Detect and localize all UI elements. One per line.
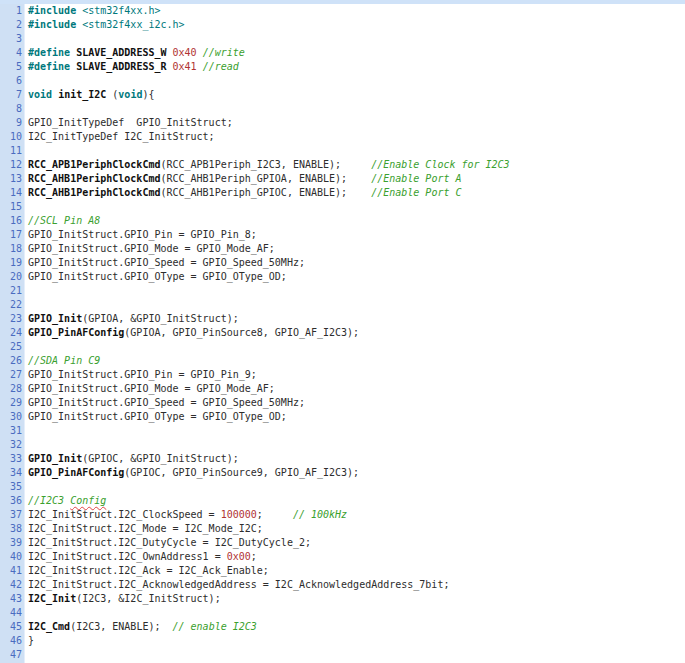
- line-number[interactable]: 36: [0, 494, 22, 508]
- code-text[interactable]: GPIO_InitStruct.GPIO_Mode = GPIO_Mode_AF…: [28, 382, 275, 396]
- line-number[interactable]: 8: [0, 102, 22, 116]
- code-line[interactable]: 33GPIO_Init(GPIOC, &GPIO_InitStruct);: [0, 452, 685, 466]
- line-number[interactable]: 46: [0, 634, 22, 648]
- code-text[interactable]: I2C_InitStruct.I2C_Mode = I2C_Mode_I2C;: [28, 522, 263, 536]
- code-text[interactable]: I2C_Cmd(I2C3, ENABLE); // enable I2C3: [28, 620, 257, 634]
- line-number[interactable]: 23: [0, 312, 22, 326]
- line-number[interactable]: 37: [0, 508, 22, 522]
- line-number[interactable]: 13: [0, 172, 22, 186]
- code-line[interactable]: 35: [0, 480, 685, 494]
- line-number[interactable]: 16: [0, 214, 22, 228]
- code-line[interactable]: 30GPIO_InitStruct.GPIO_OType = GPIO_OTyp…: [0, 410, 685, 424]
- code-text[interactable]: #include <stm32f4xx.h>: [28, 4, 160, 18]
- code-line[interactable]: 10I2C_InitTypeDef I2C_InitStruct;: [0, 130, 685, 144]
- code-line[interactable]: 16//SCL Pin A8: [0, 214, 685, 228]
- line-number[interactable]: 22: [0, 298, 22, 312]
- line-number[interactable]: 38: [0, 522, 22, 536]
- line-number[interactable]: 20: [0, 270, 22, 284]
- line-number[interactable]: 32: [0, 438, 22, 452]
- line-number[interactable]: 26: [0, 354, 22, 368]
- line-number[interactable]: 41: [0, 564, 22, 578]
- code-text[interactable]: I2C_InitStruct.I2C_DutyCycle = I2C_DutyC…: [28, 536, 311, 550]
- code-text[interactable]: //I2C3 Config: [28, 494, 106, 508]
- code-line[interactable]: 31: [0, 424, 685, 438]
- line-number[interactable]: 47: [0, 648, 22, 662]
- code-line[interactable]: 24GPIO_PinAFConfig(GPIOA, GPIO_PinSource…: [0, 326, 685, 340]
- line-number[interactable]: 29: [0, 396, 22, 410]
- code-line[interactable]: 43I2C_Init(I2C3, &I2C_InitStruct);: [0, 592, 685, 606]
- code-line[interactable]: 45I2C_Cmd(I2C3, ENABLE); // enable I2C3: [0, 620, 685, 634]
- line-number[interactable]: 17: [0, 228, 22, 242]
- code-text[interactable]: I2C_InitTypeDef I2C_InitStruct;: [28, 130, 215, 144]
- code-line[interactable]: 18GPIO_InitStruct.GPIO_Mode = GPIO_Mode_…: [0, 242, 685, 256]
- line-number[interactable]: 4: [0, 46, 22, 60]
- code-line[interactable]: 14RCC_AHB1PeriphClockCmd(RCC_AHB1Periph_…: [0, 186, 685, 200]
- code-line[interactable]: 34GPIO_PinAFConfig(GPIOC, GPIO_PinSource…: [0, 466, 685, 480]
- line-number[interactable]: 3: [0, 32, 22, 46]
- code-text[interactable]: GPIO_InitStruct.GPIO_Mode = GPIO_Mode_AF…: [28, 242, 275, 256]
- line-number[interactable]: 18: [0, 242, 22, 256]
- line-number[interactable]: 10: [0, 130, 22, 144]
- code-line[interactable]: 6: [0, 74, 685, 88]
- code-line[interactable]: 21: [0, 284, 685, 298]
- code-line[interactable]: 42I2C_InitStruct.I2C_AcknowledgedAddress…: [0, 578, 685, 592]
- code-line[interactable]: 23GPIO_Init(GPIOA, &GPIO_InitStruct);: [0, 312, 685, 326]
- line-number[interactable]: 15: [0, 200, 22, 214]
- code-text[interactable]: I2C_Init(I2C3, &I2C_InitStruct);: [28, 592, 221, 606]
- line-number[interactable]: 44: [0, 606, 22, 620]
- line-number[interactable]: 25: [0, 340, 22, 354]
- code-text[interactable]: //SDA Pin C9: [28, 354, 100, 368]
- code-line[interactable]: 8: [0, 102, 685, 116]
- line-number[interactable]: 11: [0, 144, 22, 158]
- code-line[interactable]: 20GPIO_InitStruct.GPIO_OType = GPIO_OTyp…: [0, 270, 685, 284]
- line-number[interactable]: 24: [0, 326, 22, 340]
- code-line[interactable]: 7void init_I2C (void){: [0, 88, 685, 102]
- code-line[interactable]: 32: [0, 438, 685, 452]
- line-number[interactable]: 45: [0, 620, 22, 634]
- code-text[interactable]: I2C_InitStruct.I2C_Ack = I2C_Ack_Enable;: [28, 564, 269, 578]
- line-number[interactable]: 12: [0, 158, 22, 172]
- code-text[interactable]: #define SLAVE_ADDRESS_R 0x41 //read: [28, 60, 239, 74]
- code-editor[interactable]: 1#include <stm32f4xx.h>2#include <stm32f…: [0, 4, 685, 663]
- line-number[interactable]: 14: [0, 186, 22, 200]
- line-number[interactable]: 2: [0, 18, 22, 32]
- code-line[interactable]: 46}: [0, 634, 685, 648]
- line-number[interactable]: 1: [0, 4, 22, 18]
- line-number[interactable]: 19: [0, 256, 22, 270]
- code-line[interactable]: 17GPIO_InitStruct.GPIO_Pin = GPIO_Pin_8;: [0, 228, 685, 242]
- code-line[interactable]: 37I2C_InitStruct.I2C_ClockSpeed = 100000…: [0, 508, 685, 522]
- line-number[interactable]: 40: [0, 550, 22, 564]
- code-text[interactable]: GPIO_PinAFConfig(GPIOA, GPIO_PinSource8,…: [28, 326, 359, 340]
- code-text[interactable]: GPIO_InitStruct.GPIO_OType = GPIO_OType_…: [28, 410, 287, 424]
- code-text[interactable]: GPIO_InitStruct.GPIO_OType = GPIO_OType_…: [28, 270, 287, 284]
- line-number[interactable]: 35: [0, 480, 22, 494]
- code-text[interactable]: GPIO_Init(GPIOC, &GPIO_InitStruct);: [28, 452, 239, 466]
- code-text[interactable]: GPIO_PinAFConfig(GPIOC, GPIO_PinSource9,…: [28, 466, 359, 480]
- code-line[interactable]: 47: [0, 648, 685, 662]
- code-line[interactable]: 12RCC_APB1PeriphClockCmd(RCC_APB1Periph_…: [0, 158, 685, 172]
- code-line[interactable]: 15: [0, 200, 685, 214]
- code-line[interactable]: 1#include <stm32f4xx.h>: [0, 4, 685, 18]
- code-text[interactable]: GPIO_InitTypeDef GPIO_InitStruct;: [28, 116, 233, 130]
- code-line[interactable]: 26//SDA Pin C9: [0, 354, 685, 368]
- code-text[interactable]: GPIO_Init(GPIOA, &GPIO_InitStruct);: [28, 312, 239, 326]
- code-line[interactable]: 27GPIO_InitStruct.GPIO_Pin = GPIO_Pin_9;: [0, 368, 685, 382]
- line-number[interactable]: 43: [0, 592, 22, 606]
- code-line[interactable]: 44: [0, 606, 685, 620]
- line-number[interactable]: 21: [0, 284, 22, 298]
- line-number[interactable]: 42: [0, 578, 22, 592]
- code-line[interactable]: 2#include <stm32f4xx_i2c.h>: [0, 18, 685, 32]
- line-number[interactable]: 39: [0, 536, 22, 550]
- line-number[interactable]: 27: [0, 368, 22, 382]
- code-line[interactable]: 39I2C_InitStruct.I2C_DutyCycle = I2C_Dut…: [0, 536, 685, 550]
- code-line[interactable]: 22: [0, 298, 685, 312]
- code-line[interactable]: 9GPIO_InitTypeDef GPIO_InitStruct;: [0, 116, 685, 130]
- code-text[interactable]: }: [28, 634, 34, 648]
- code-text[interactable]: void init_I2C (void){: [28, 88, 154, 102]
- code-line[interactable]: 28GPIO_InitStruct.GPIO_Mode = GPIO_Mode_…: [0, 382, 685, 396]
- code-text[interactable]: GPIO_InitStruct.GPIO_Pin = GPIO_Pin_8;: [28, 228, 257, 242]
- line-number[interactable]: 33: [0, 452, 22, 466]
- line-number[interactable]: 5: [0, 60, 22, 74]
- line-number[interactable]: 7: [0, 88, 22, 102]
- code-text[interactable]: I2C_InitStruct.I2C_ClockSpeed = 100000; …: [28, 508, 347, 522]
